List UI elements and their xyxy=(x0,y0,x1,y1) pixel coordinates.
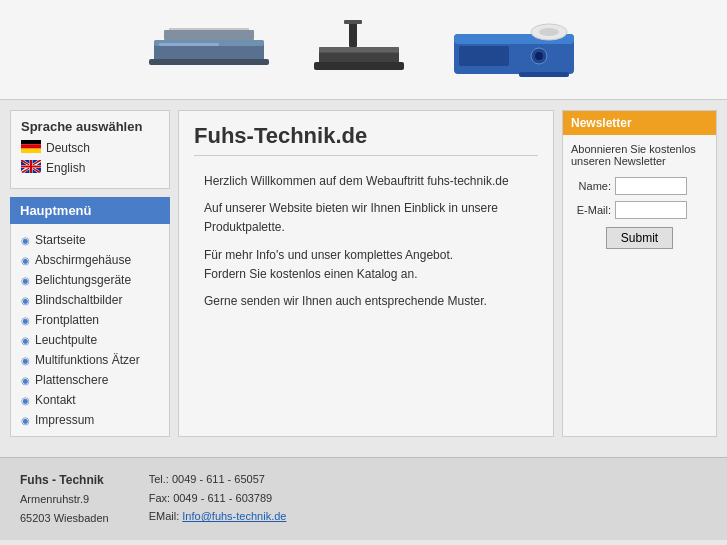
svg-rect-14 xyxy=(459,46,509,66)
menu-item-leuchtpulte[interactable]: ◉Leuchtpulte xyxy=(11,330,169,350)
bullet-icon: ◉ xyxy=(21,255,30,266)
menu-label-plattenschere: Plattenschere xyxy=(35,373,108,387)
menu-item-impressum[interactable]: ◉Impressum xyxy=(11,410,169,430)
menu-label-leuchtpulte: Leuchtpulte xyxy=(35,333,97,347)
english-label: English xyxy=(46,161,85,175)
svg-rect-10 xyxy=(314,62,404,70)
bullet-icon: ◉ xyxy=(21,415,30,426)
bullet-icon: ◉ xyxy=(21,275,30,286)
menu-item-belichtungsgerate[interactable]: ◉Belichtungsgeräte xyxy=(11,270,169,290)
language-title: Sprache auswählen xyxy=(21,119,159,134)
menu-item-startseite[interactable]: ◉Startseite xyxy=(11,230,169,250)
newsletter-box: Newsletter Abonnieren Sie kostenlos unse… xyxy=(562,110,717,437)
menu-label-startseite: Startseite xyxy=(35,233,86,247)
newsletter-name-input[interactable] xyxy=(615,177,687,195)
deutsch-label: Deutsch xyxy=(46,141,90,155)
newsletter-name-label: Name: xyxy=(571,180,611,192)
bullet-icon: ◉ xyxy=(21,295,30,306)
content-body: Herzlich Willkommen auf dem Webauftritt … xyxy=(194,166,538,325)
bullet-icon: ◉ xyxy=(21,395,30,406)
newsletter-email-label: E-Mail: xyxy=(571,204,611,216)
footer-email-link[interactable]: Info@fuhs-technik.de xyxy=(182,510,286,522)
footer-company-col: Fuhs - Technik Armenruhstr.9 65203 Wiesb… xyxy=(20,470,109,528)
content-para-1: Herzlich Willkommen auf dem Webauftritt … xyxy=(204,172,528,191)
product-image-1 xyxy=(149,15,269,85)
svg-rect-3 xyxy=(149,59,269,65)
menu-label-impressum: Impressum xyxy=(35,413,94,427)
menu-item-abschirmgehause[interactable]: ◉Abschirmgehäuse xyxy=(11,250,169,270)
footer: Fuhs - Technik Armenruhstr.9 65203 Wiesb… xyxy=(0,457,727,540)
newsletter-email-field: E-Mail: xyxy=(571,201,708,219)
svg-rect-17 xyxy=(519,72,569,77)
header-images xyxy=(0,0,727,100)
svg-rect-30 xyxy=(21,166,41,168)
svg-rect-7 xyxy=(319,47,399,52)
flag-de-icon xyxy=(21,140,41,156)
content-para-2: Auf unserer Website bieten wir Ihnen Ein… xyxy=(204,199,528,237)
bullet-icon: ◉ xyxy=(21,335,30,346)
svg-rect-20 xyxy=(21,140,41,144)
newsletter-body: Abonnieren Sie kostenlos unseren Newslet… xyxy=(563,135,716,257)
menu-item-frontplatten[interactable]: ◉Frontplatten xyxy=(11,310,169,330)
footer-email-label: EMail: xyxy=(149,510,180,522)
page-wrapper: Sprache auswählen Deutsch xyxy=(0,0,727,545)
sidebar: Sprache auswählen Deutsch xyxy=(10,110,170,437)
menu-item-multifunktions[interactable]: ◉Multifunktions Ätzer xyxy=(11,350,169,370)
menu-label-frontplatten: Frontplatten xyxy=(35,313,99,327)
bullet-icon: ◉ xyxy=(21,235,30,246)
menu-label-blindschaltbilder: Blindschaltbilder xyxy=(35,293,122,307)
menu-header: Hauptmenü xyxy=(10,197,170,224)
footer-street: Armenruhstr.9 xyxy=(20,490,109,509)
svg-point-19 xyxy=(539,28,559,36)
menu-label-abschirmgehause: Abschirmgehäuse xyxy=(35,253,131,267)
language-deutsch[interactable]: Deutsch xyxy=(21,140,159,156)
menu-item-blindschaltbilder[interactable]: ◉Blindschaltbilder xyxy=(11,290,169,310)
content-area: Fuhs-Technik.de Herzlich Willkommen auf … xyxy=(178,110,554,437)
bullet-icon: ◉ xyxy=(21,315,30,326)
footer-company-name: Fuhs - Technik xyxy=(20,470,109,490)
newsletter-email-input[interactable] xyxy=(615,201,687,219)
svg-rect-21 xyxy=(21,144,41,148)
footer-city: 65203 Wiesbaden xyxy=(20,509,109,528)
main-layout: Sprache auswählen Deutsch xyxy=(0,100,727,447)
flag-uk-icon xyxy=(21,160,41,176)
bullet-icon: ◉ xyxy=(21,355,30,366)
svg-rect-22 xyxy=(21,149,41,153)
svg-rect-8 xyxy=(349,22,357,47)
product-image-3 xyxy=(449,14,579,86)
content-para-3: Für mehr Info's und unser komplettes Ang… xyxy=(204,246,528,284)
svg-rect-9 xyxy=(344,20,362,24)
svg-rect-2 xyxy=(159,43,219,46)
menu-item-kontakt[interactable]: ◉Kontakt xyxy=(11,390,169,410)
svg-point-16 xyxy=(535,52,543,60)
footer-fax: Fax: 0049 - 611 - 603789 xyxy=(149,489,287,508)
footer-email: EMail: Info@fuhs-technik.de xyxy=(149,507,287,526)
language-box: Sprache auswählen Deutsch xyxy=(10,110,170,189)
newsletter-submit-button[interactable]: Submit xyxy=(606,227,673,249)
newsletter-header: Newsletter xyxy=(563,111,716,135)
menu-label-multifunktions: Multifunktions Ätzer xyxy=(35,353,140,367)
main-menu: Hauptmenü ◉Startseite ◉Abschirmgehäuse ◉… xyxy=(10,197,170,437)
menu-label-kontakt: Kontakt xyxy=(35,393,76,407)
language-english[interactable]: English xyxy=(21,160,159,176)
content-title: Fuhs-Technik.de xyxy=(194,123,538,156)
newsletter-description: Abonnieren Sie kostenlos unseren Newslet… xyxy=(571,143,708,167)
newsletter-name-field: Name: xyxy=(571,177,708,195)
svg-rect-4 xyxy=(164,30,254,40)
content-para-4: Gerne senden wir Ihnen auch entsprechend… xyxy=(204,292,528,311)
menu-item-plattenschere[interactable]: ◉Plattenschere xyxy=(11,370,169,390)
menu-box: ◉Startseite ◉Abschirmgehäuse ◉Belichtung… xyxy=(10,224,170,437)
product-image-2 xyxy=(309,12,409,87)
footer-tel: Tel.: 0049 - 611 - 65057 xyxy=(149,470,287,489)
menu-label-belichtungsgerate: Belichtungsgeräte xyxy=(35,273,131,287)
bullet-icon: ◉ xyxy=(21,375,30,386)
footer-contact-col: Tel.: 0049 - 611 - 65057 Fax: 0049 - 611… xyxy=(149,470,287,528)
